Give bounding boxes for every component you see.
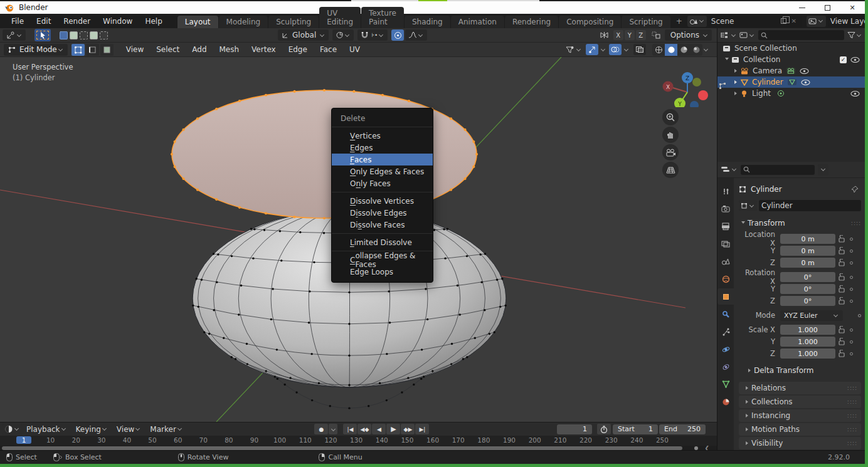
properties-section-header[interactable]: Instancing :::: — [739, 409, 861, 422]
options-dropdown[interactable]: Options — [665, 29, 712, 41]
panel-grip[interactable]: :::: — [851, 220, 861, 226]
select-extend-icon[interactable] — [70, 31, 78, 39]
topbar-menu[interactable]: File — [5, 17, 30, 26]
menu-item-edges[interactable]: Edges — [332, 142, 433, 154]
close-button[interactable]: ✕ — [840, 1, 865, 14]
tab-scene[interactable] — [717, 253, 734, 270]
menu-item-dissolve-edges[interactable]: Dissolve Edges — [332, 207, 433, 219]
animate-dot[interactable] — [858, 314, 861, 317]
menu-item-dissolve-faces[interactable]: Dissolve Faces — [332, 219, 433, 231]
workspace-tab[interactable]: UV Editing — [319, 7, 361, 28]
object-id-icon[interactable] — [739, 200, 757, 211]
viewport-menu[interactable]: Vertex — [245, 45, 282, 54]
frame-tick[interactable]: 10 — [45, 436, 57, 444]
location-value-field[interactable]: 0 m — [780, 246, 835, 256]
pin-icon[interactable] — [851, 186, 859, 193]
solid-shading-icon[interactable] — [665, 44, 677, 56]
tab-tool[interactable] — [717, 183, 734, 199]
lock-icon[interactable] — [839, 285, 845, 293]
breadcrumb-object-name[interactable]: Cylinder — [751, 185, 782, 194]
filter-funnel-icon[interactable] — [847, 31, 855, 39]
viewport-menu[interactable]: Edge — [282, 45, 314, 54]
timeline-menu[interactable]: Marker — [146, 425, 187, 434]
animate-dot[interactable] — [850, 249, 853, 253]
scale-value-field[interactable]: 1.000 — [780, 325, 835, 335]
material-shading-icon[interactable] — [677, 44, 690, 56]
tab-physics[interactable] — [717, 341, 734, 357]
current-frame-field[interactable]: 1 — [557, 424, 592, 434]
minimize-button[interactable] — [790, 1, 815, 14]
lock-icon[interactable] — [839, 259, 845, 266]
falloff-dropdown[interactable] — [405, 29, 427, 41]
outliner-row-camera[interactable]: Camera — [717, 65, 865, 76]
face-select-icon[interactable] — [100, 44, 114, 56]
viewport-menu[interactable]: UV — [343, 45, 366, 54]
lock-icon[interactable] — [839, 338, 845, 345]
collection-checkbox[interactable]: ✓ — [840, 56, 847, 63]
eye-icon[interactable] — [801, 80, 810, 85]
menu-item-vertices[interactable]: Vertices — [332, 130, 433, 142]
rotation-mode-dropdown[interactable]: XYZ Euler — [780, 310, 843, 321]
proportional-edit-toggle[interactable] — [391, 29, 404, 41]
viewport-menu[interactable]: Mesh — [213, 45, 246, 54]
camera-data-badge-icon[interactable] — [786, 67, 796, 75]
select-invert-icon[interactable] — [90, 31, 98, 39]
rendered-shading-icon[interactable] — [690, 44, 702, 56]
outliner-row-scene-collection[interactable]: Scene Collection — [717, 43, 865, 54]
timeline-menu[interactable]: Playback — [22, 425, 71, 434]
eye-icon[interactable] — [800, 68, 809, 74]
wireframe-shading-icon[interactable] — [652, 44, 665, 56]
frame-tick[interactable]: 150 — [401, 436, 413, 444]
tab-object[interactable] — [717, 288, 734, 305]
frame-tick[interactable]: 30 — [95, 436, 108, 444]
eye-icon[interactable] — [850, 91, 860, 97]
tab-object-data[interactable] — [717, 376, 734, 392]
outliner-row-light[interactable]: Light — [717, 88, 865, 99]
frame-tick[interactable]: 20 — [70, 436, 82, 444]
workspace-tab[interactable]: Rendering — [505, 16, 558, 28]
pan-button[interactable] — [662, 127, 679, 143]
frame-tick[interactable]: 60 — [172, 436, 184, 444]
properties-editor-icon[interactable] — [721, 165, 731, 174]
panel-grip[interactable]: :::: — [847, 440, 857, 446]
timeline-menu[interactable]: View — [112, 425, 146, 434]
tab-modifiers[interactable] — [717, 306, 734, 322]
tab-view-layer[interactable] — [717, 236, 734, 252]
view-layer-selector[interactable]: View Layer ✕ — [828, 16, 868, 27]
scene-selector[interactable]: Scene ✕ — [709, 16, 802, 27]
mirror-axis-toggle[interactable]: Y — [625, 30, 635, 40]
frame-tick[interactable]: 50 — [146, 436, 159, 444]
menu-item-faces[interactable]: Faces — [332, 154, 433, 165]
menu-item-limited-dissolve[interactable]: Limited Dissolve — [332, 236, 433, 248]
frame-tick[interactable]: 140 — [376, 436, 388, 444]
delta-transform-subpanel[interactable]: Delta Transform — [745, 364, 861, 377]
play-reverse-button[interactable]: ◀ — [372, 424, 386, 434]
animate-dot[interactable] — [850, 238, 853, 241]
magnet-icon[interactable] — [361, 31, 369, 39]
view-layer-type-icon[interactable] — [807, 16, 826, 27]
panel-grip[interactable]: :::: — [847, 385, 857, 391]
animate-dot[interactable] — [850, 300, 853, 303]
menu-item-dissolve-vertices[interactable]: Dissolve Vertices — [332, 195, 433, 207]
use-preview-range-button[interactable] — [597, 424, 611, 434]
timeline-ruler[interactable]: 1102030405060708090100110120130140150160… — [0, 436, 717, 446]
camera-view-button[interactable] — [662, 144, 679, 160]
workspace-tab[interactable]: Animation — [451, 16, 504, 28]
gizmo-z-negative[interactable] — [690, 101, 699, 107]
animate-dot[interactable] — [850, 261, 853, 265]
properties-search-input[interactable] — [741, 165, 815, 175]
jump-to-end-button[interactable]: ▶| — [415, 424, 429, 434]
topbar-menu[interactable]: Edit — [30, 17, 57, 26]
frame-tick[interactable]: 210 — [554, 436, 566, 444]
workspace-tab[interactable]: Shading — [405, 16, 450, 28]
next-keyframe-button[interactable]: ◆▶ — [401, 424, 415, 434]
object-visibility-dropdown[interactable] — [565, 46, 582, 54]
outliner-search-input[interactable] — [758, 30, 844, 40]
auto-keying-button[interactable]: ● — [314, 424, 328, 434]
frame-tick[interactable]: 100 — [273, 436, 286, 444]
mesh-data-badge-icon[interactable] — [787, 78, 797, 86]
frame-tick[interactable]: 130 — [350, 436, 363, 444]
location-value-field[interactable]: 0 m — [780, 258, 835, 268]
workspace-tab[interactable]: Sculpting — [268, 16, 319, 28]
toggle-perspective-button[interactable] — [662, 162, 679, 178]
